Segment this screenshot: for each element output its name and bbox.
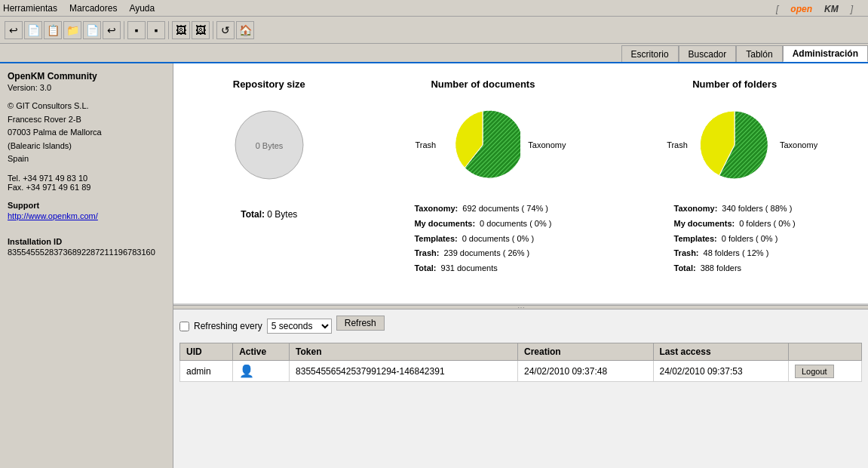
toolbar-img2[interactable]: 🖼: [192, 21, 210, 39]
svg-text:0 Bytes: 0 Bytes: [255, 141, 283, 150]
row-token: 83554556542537991294-146842391: [290, 361, 518, 382]
repo-size-title: Repository size: [233, 79, 305, 90]
col-last-access: Last access: [653, 343, 789, 361]
fol-trash-label: Trash:: [674, 246, 699, 261]
logout-button[interactable]: Logout: [795, 365, 834, 378]
address-line-0: © GIT Consultors S.L.: [8, 100, 165, 113]
address-block: © GIT Consultors S.L. Francesc Rover 2-B…: [8, 100, 165, 166]
documents-title: Number of documents: [431, 79, 535, 90]
folders-pie-wrapper: Trash: [674, 96, 795, 194]
doc-templates-label: Templates:: [414, 232, 457, 247]
folders-stats: Taxonomy: 340 folders ( 88% ) My documen…: [674, 202, 796, 276]
toolbar-img1[interactable]: 🖼: [172, 21, 190, 39]
doc-taxonomy-row: Taxonomy: 692 documents ( 74% ): [414, 202, 551, 217]
toolbar-btn1[interactable]: ▪: [127, 21, 146, 39]
address-line-3: (Balearic Islands): [8, 140, 165, 153]
repo-size-total-label: Total:: [241, 209, 265, 220]
toolbar-copy[interactable]: 📋: [44, 21, 62, 39]
sidebar: OpenKM Community Version: 3.0 © GIT Cons…: [0, 63, 173, 468]
documents-stats: Taxonomy: 692 documents ( 74% ) My docum…: [414, 202, 551, 276]
refresh-checkbox[interactable]: [179, 322, 189, 331]
doc-templates-value: 0 documents ( 0% ): [462, 232, 534, 247]
tab-tablon[interactable]: Tablón: [736, 45, 782, 62]
doc-templates-row: Templates: 0 documents ( 0% ): [414, 232, 551, 247]
toolbar-home[interactable]: 🏠: [236, 21, 254, 39]
doc-taxonomy-value: 692 documents ( 74% ): [462, 202, 548, 217]
repo-size-total: Total: 0 Bytes: [241, 209, 297, 220]
repo-size-total-value: 0 Bytes: [267, 209, 297, 220]
install-id-title: Installation ID: [8, 237, 165, 246]
support-link[interactable]: http://www.openkm.com/: [8, 211, 98, 220]
toolbar-undo[interactable]: ↩: [103, 21, 121, 39]
toolbar-btn2[interactable]: ▪: [147, 21, 165, 39]
toolbar-new-doc[interactable]: 📄: [24, 21, 42, 39]
fol-templates-row: Templates: 0 folders ( 0% ): [674, 232, 796, 247]
refresh-bar: Refreshing every 5 seconds 10 seconds 30…: [179, 316, 862, 337]
doc-mydocs-value: 0 documents ( 0% ): [480, 217, 551, 232]
refresh-button[interactable]: Refresh: [336, 316, 385, 331]
col-creation: Creation: [518, 343, 654, 361]
folders-title: Number of folders: [692, 79, 777, 90]
documents-trash-label: Trash: [415, 140, 436, 149]
menu-marcadores[interactable]: Marcadores: [69, 3, 117, 14]
toolbar-sep-1: [124, 21, 124, 39]
refresh-label: Refreshing every: [194, 321, 262, 331]
repo-size-section: Repository size 0 Bytes Total: 0 Bytes: [181, 79, 357, 220]
session-table-header: UID Active Token Creation Last access: [180, 343, 862, 361]
tab-administracion[interactable]: Administración: [783, 45, 868, 62]
row-last-access: 24/02/2010 09:37:53: [653, 361, 789, 382]
folders-trash-label: Trash: [667, 140, 688, 149]
fol-total-label: Total:: [674, 261, 696, 276]
documents-pie-wrapper: Trash: [422, 96, 543, 194]
app-logo: [openKM]: [776, 2, 865, 15]
version-label: Version: 3.0: [8, 83, 165, 92]
tabbar: Escritorio Buscador Tablón Administració…: [0, 44, 868, 63]
address-line-4: Spain: [8, 152, 165, 166]
session-panel: Refreshing every 5 seconds 10 seconds 30…: [173, 309, 868, 468]
stats-charts: Repository size 0 Bytes Total: 0 Bytes: [181, 71, 860, 284]
documents-taxonomy-label: Taxonomy: [528, 140, 566, 149]
documents-pie-chart: [445, 107, 520, 183]
toolbar-refresh[interactable]: ↺: [216, 21, 235, 39]
support-title: Support: [8, 201, 165, 210]
session-table-header-row: UID Active Token Creation Last access: [180, 343, 862, 361]
session-table: UID Active Token Creation Last access ad…: [179, 343, 862, 382]
menubar: Herramientas Marcadores Ayuda [openKM]: [0, 0, 868, 17]
install-id-value: 83554555283736892287211196783160: [8, 248, 165, 257]
menu-herramientas[interactable]: Herramientas: [3, 3, 57, 14]
doc-trash-value: 239 documents ( 26% ): [443, 246, 529, 261]
phone-label: Tel. +34 971 49 83 10: [8, 174, 165, 183]
doc-total-value: 931 documents: [441, 261, 498, 276]
repo-size-chart: 0 Bytes: [228, 103, 311, 186]
session-table-body: admin 👤 83554556542537991294-146842391 2…: [180, 361, 862, 382]
menu-ayuda[interactable]: Ayuda: [129, 3, 155, 14]
logo-close: ]: [851, 4, 853, 14]
fol-taxonomy-row: Taxonomy: 340 folders ( 88% ): [674, 202, 796, 217]
fol-mydocs-value: 0 folders ( 0% ): [739, 217, 796, 232]
row-action: Logout: [789, 361, 862, 382]
folders-taxonomy-label: Taxonomy: [780, 140, 817, 149]
seconds-select[interactable]: 5 seconds 10 seconds 30 seconds 60 secon…: [267, 319, 332, 334]
fol-total-value: 388 folders: [701, 261, 741, 276]
col-active: Active: [233, 343, 290, 361]
doc-total-row: Total: 931 documents: [414, 261, 551, 276]
user-icon: 👤: [239, 365, 254, 377]
logo-open: [: [776, 4, 778, 14]
table-row: admin 👤 83554556542537991294-146842391 2…: [180, 361, 862, 382]
fax-label: Fax. +34 971 49 61 89: [8, 183, 165, 192]
fol-trash-value: 48 folders ( 12% ): [704, 246, 769, 261]
tab-buscador[interactable]: Buscador: [679, 45, 737, 62]
right-content: Repository size 0 Bytes Total: 0 Bytes: [173, 63, 868, 468]
row-active: 👤: [233, 361, 290, 382]
doc-total-label: Total:: [414, 261, 436, 276]
stats-panel: Repository size 0 Bytes Total: 0 Bytes: [173, 63, 868, 305]
toolbar-folder[interactable]: 📁: [63, 21, 81, 39]
fol-templates-value: 0 folders ( 0% ): [722, 232, 778, 247]
doc-trash-row: Trash: 239 documents ( 26% ): [414, 246, 551, 261]
main-layout: OpenKM Community Version: 3.0 © GIT Cons…: [0, 63, 868, 468]
col-token: Token: [290, 343, 518, 361]
toolbar-back[interactable]: ↩: [5, 21, 23, 39]
tab-escritorio[interactable]: Escritorio: [621, 45, 679, 62]
fol-taxonomy-label: Taxonomy:: [674, 202, 718, 217]
toolbar-file[interactable]: 📄: [83, 21, 101, 39]
